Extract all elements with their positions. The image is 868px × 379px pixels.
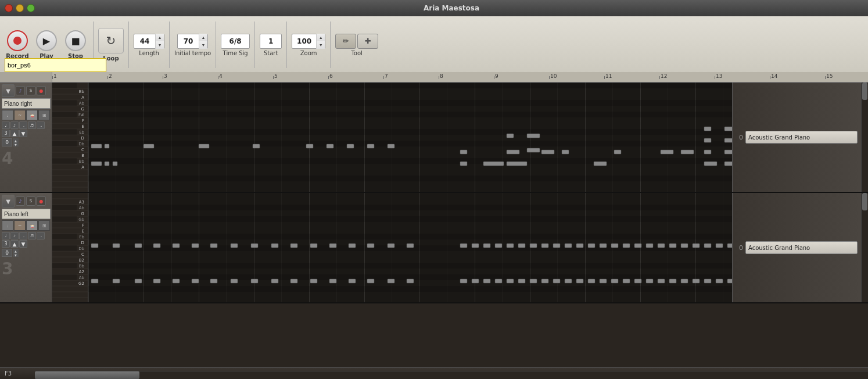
- svg-rect-213: [251, 279, 258, 283]
- svg-rect-82: [507, 162, 527, 166]
- expand-track-2[interactable]: ▼: [2, 195, 15, 208]
- svg-rect-42: [199, 144, 209, 148]
- track-name-input-2[interactable]: [2, 209, 51, 219]
- mute-button-2[interactable]: ♪: [16, 196, 25, 206]
- track-info-1: ▼ ♪ S ● ♩ ~ 🥁 ⊞ ♩ ♪: [0, 83, 52, 192]
- svg-rect-182: [681, 244, 688, 248]
- svg-rect-151: [192, 244, 199, 248]
- separator-2: [128, 22, 129, 68]
- timesig-value[interactable]: 6/8: [221, 34, 250, 49]
- ruler-tick-1: 1: [52, 72, 57, 79]
- svg-rect-218: [349, 279, 356, 283]
- separator-3: [169, 22, 170, 68]
- rec-button-1[interactable]: ●: [37, 86, 46, 95]
- track-controls-top-1: ▼ ♪ S ●: [2, 84, 50, 97]
- maximize-button[interactable]: [27, 4, 35, 12]
- svg-rect-211: [210, 279, 217, 283]
- svg-rect-174: [588, 244, 595, 248]
- zoom-up[interactable]: ▲: [317, 34, 325, 41]
- horizontal-scrollbar[interactable]: [35, 371, 868, 379]
- svg-rect-168: [518, 244, 525, 248]
- statusbar: F3: [0, 367, 868, 379]
- vscroll-thumb-1[interactable]: [862, 83, 867, 100]
- track-name-input-1[interactable]: [2, 98, 51, 109]
- svg-rect-83: [594, 162, 607, 166]
- plus-tool-button[interactable]: ✚: [357, 34, 378, 49]
- piano-svg-1: Bb A Ab G F# F E Eb D Db C B Bb A: [52, 83, 88, 192]
- svg-rect-234: [600, 279, 607, 283]
- record-button[interactable]: Record: [5, 30, 30, 59]
- channel-num-2[interactable]: 0: [2, 249, 12, 257]
- tempo-up[interactable]: ▲: [199, 34, 207, 41]
- length-value[interactable]: 44: [134, 37, 155, 45]
- zoom-input-box: 100 ▲ ▼: [292, 34, 325, 49]
- svg-rect-33: [52, 83, 77, 88]
- start-value[interactable]: 1: [260, 37, 281, 45]
- close-button[interactable]: [5, 4, 13, 12]
- instrument-name-button-2[interactable]: Acoustic Grand Piano: [745, 241, 858, 254]
- expand-track-1[interactable]: ▼: [2, 84, 15, 97]
- svg-text:Ab: Ab: [79, 101, 85, 106]
- solo-button-1[interactable]: S: [26, 86, 35, 95]
- note-down-1[interactable]: ▼: [19, 130, 27, 137]
- zoom-down[interactable]: ▼: [317, 41, 325, 49]
- note-t-2[interactable]: ♬: [28, 232, 36, 239]
- svg-rect-79: [113, 162, 117, 166]
- track-vscroll-1[interactable]: [861, 83, 868, 192]
- titlebar: Aria Maestosa: [0, 0, 868, 16]
- track-controls-top-2: ▼ ♪ S ●: [2, 195, 50, 208]
- play-button[interactable]: ▶ Play: [34, 30, 59, 59]
- instrument-name-button-1[interactable]: Acoustic Grand Piano: [745, 131, 858, 144]
- svg-text:F: F: [82, 223, 84, 228]
- note-up-2[interactable]: ▲: [10, 240, 19, 248]
- grid-area-2[interactable]: [88, 193, 732, 302]
- minimize-button[interactable]: [16, 4, 24, 12]
- loop-button[interactable]: ↻: [98, 28, 124, 53]
- note-t-1[interactable]: ♬: [28, 121, 36, 129]
- note-s-1[interactable]: 𝅗: [19, 121, 27, 129]
- note-s-2[interactable]: 𝅗: [19, 232, 27, 239]
- channel-up-1[interactable]: ▲: [13, 138, 19, 142]
- note-d-2[interactable]: 𝅘: [37, 232, 45, 239]
- svg-rect-71: [724, 138, 732, 142]
- svg-rect-36: [52, 129, 77, 135]
- triplet-1[interactable]: 3: [2, 130, 10, 137]
- grid-area-1[interactable]: [88, 83, 732, 192]
- note-e-2[interactable]: ♪: [10, 232, 19, 239]
- channel-down-1[interactable]: ▼: [13, 142, 19, 146]
- zoom-value[interactable]: 100: [292, 37, 316, 45]
- track-vscroll-2[interactable]: [861, 193, 868, 302]
- mute-button-1[interactable]: ♪: [16, 86, 25, 95]
- note-q-2[interactable]: ♩: [2, 232, 10, 239]
- svg-rect-41: [144, 144, 154, 148]
- note-d-1[interactable]: 𝅘: [37, 121, 45, 129]
- vscroll-thumb-2[interactable]: [862, 193, 867, 210]
- svg-rect-55: [661, 150, 673, 154]
- channel-num-1[interactable]: 0: [2, 138, 12, 146]
- hscroll-thumb[interactable]: [35, 371, 139, 379]
- solo-button-2[interactable]: S: [26, 196, 35, 206]
- rec-button-2[interactable]: ●: [37, 196, 46, 206]
- note-up-1[interactable]: ▲: [10, 130, 19, 137]
- song-name-input[interactable]: [5, 58, 106, 72]
- note-down-2[interactable]: ▼: [19, 240, 27, 248]
- svg-rect-184: [704, 244, 711, 248]
- pencil-tool-button[interactable]: ✏: [335, 34, 356, 49]
- channel-down-2[interactable]: ▼: [13, 253, 19, 257]
- svg-text:F#: F#: [78, 113, 84, 117]
- note-q-1[interactable]: ♩: [2, 121, 10, 129]
- length-up[interactable]: ▲: [156, 34, 164, 41]
- triplet-2[interactable]: 3: [2, 240, 10, 248]
- svg-rect-78: [105, 162, 109, 166]
- channel-up-2[interactable]: ▲: [13, 249, 19, 253]
- svg-rect-77: [91, 162, 102, 166]
- tempo-value[interactable]: 70: [178, 37, 199, 45]
- svg-rect-153: [231, 244, 238, 248]
- ruler-tick-14: 14: [770, 72, 777, 79]
- note-e-1[interactable]: ♪: [10, 121, 19, 129]
- instrument-panel-1: 0 Acoustic Grand Piano: [736, 131, 858, 144]
- tempo-down[interactable]: ▼: [199, 41, 207, 49]
- length-down[interactable]: ▼: [156, 41, 164, 49]
- ruler-tick-4: 4: [218, 72, 223, 79]
- stop-button[interactable]: ■ Stop: [63, 30, 88, 59]
